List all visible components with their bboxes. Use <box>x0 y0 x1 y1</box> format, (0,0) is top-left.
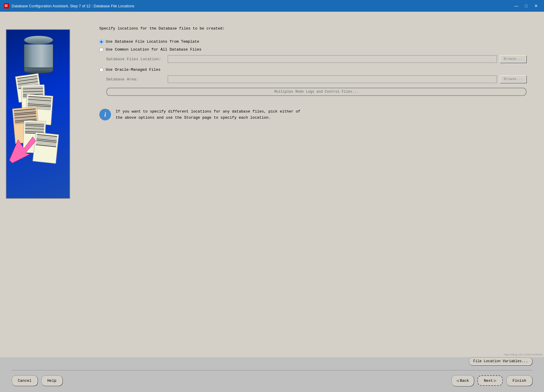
browse-button-2[interactable]: Browse... <box>500 75 526 83</box>
next-label: Next <box>484 379 493 383</box>
back-group: ◁ Back <box>451 375 474 386</box>
info-box: i If you want to specify different locat… <box>99 106 526 124</box>
file-location-row: File Location Variables... <box>12 357 532 365</box>
info-icon: i <box>99 109 111 120</box>
browse-button-1[interactable]: Browse... <box>500 55 526 63</box>
window-title: Database Configuration Assistant, Step 7… <box>12 4 512 8</box>
db-area-label: Database Area: <box>106 77 165 82</box>
db-area-input[interactable] <box>168 75 497 83</box>
db-cylinder <box>24 36 53 71</box>
finish-button[interactable]: Finish <box>506 375 532 386</box>
illustration <box>6 29 70 199</box>
divider <box>12 370 532 370</box>
content-panel: Specify locations for the Database files… <box>76 12 544 357</box>
help-button[interactable]: Help <box>41 375 63 386</box>
db-files-location-input[interactable] <box>168 55 497 63</box>
title-bar: M Database Configuration Assistant, Step… <box>0 0 544 12</box>
next-chevron: ▷ <box>494 378 496 383</box>
option2-row: Use Common Location for All Database Fil… <box>99 47 526 52</box>
option3-row: Use Oracle-Managed Files <box>99 68 526 72</box>
option2-label: Use Common Location for All Database Fil… <box>106 47 202 52</box>
db-bottom <box>24 68 53 74</box>
option3-radio[interactable] <box>99 68 103 72</box>
window-controls: — □ ✕ <box>512 2 540 9</box>
db-files-location-label: Database Files Location: <box>106 57 165 61</box>
left-panel <box>0 12 76 357</box>
nav-buttons: Cancel Help ◁ Back Next ▷ Finish <box>12 375 532 386</box>
db-files-location-row: Database Files Location: Browse... <box>106 55 526 63</box>
maximize-button[interactable]: □ <box>522 2 531 9</box>
nav-left: Cancel Help <box>12 375 63 386</box>
close-button[interactable]: ✕ <box>532 2 540 9</box>
options-area: Use Database File Locations from Templat… <box>99 39 526 124</box>
back-chevron: ◁ <box>456 378 459 383</box>
db-body <box>24 44 53 68</box>
cancel-button[interactable]: Cancel <box>12 375 38 386</box>
svg-text:M: M <box>5 4 8 8</box>
window-body: Specify locations for the Database files… <box>0 12 544 357</box>
pink-arrow <box>6 134 41 163</box>
bottom-area: File Location Variables... Cancel Help ◁… <box>0 357 544 392</box>
db-top <box>24 36 53 44</box>
back-button[interactable]: ◁ Back <box>452 375 474 386</box>
file-location-variables-button[interactable]: File Location Variables... <box>469 357 532 365</box>
next-button[interactable]: Next ▷ <box>477 375 503 386</box>
app-icon: M <box>4 3 9 9</box>
nav-right: ◁ Back Next ▷ Finish <box>451 375 532 386</box>
instruction-text: Specify locations for the Database files… <box>99 26 526 31</box>
option1-row: Use Database File Locations from Templat… <box>99 39 526 44</box>
info-text: If you want to specify different locatio… <box>116 109 300 121</box>
svg-marker-2 <box>9 137 36 163</box>
option3-label: Use Oracle-Managed Files <box>106 68 160 72</box>
option1-label: Use Database File Locations from Templat… <box>106 39 199 44</box>
watermark: https://blog.csdn.net/h014348064 <box>504 353 543 356</box>
option1-radio[interactable] <box>99 40 103 44</box>
db-area-row: Database Area: Browse... <box>106 75 526 83</box>
multiplex-button[interactable]: Multiplex Redo Logs and Control Files... <box>106 88 526 96</box>
option2-radio[interactable] <box>99 48 103 52</box>
back-label: Back <box>460 379 469 383</box>
minimize-button[interactable]: — <box>512 2 521 9</box>
